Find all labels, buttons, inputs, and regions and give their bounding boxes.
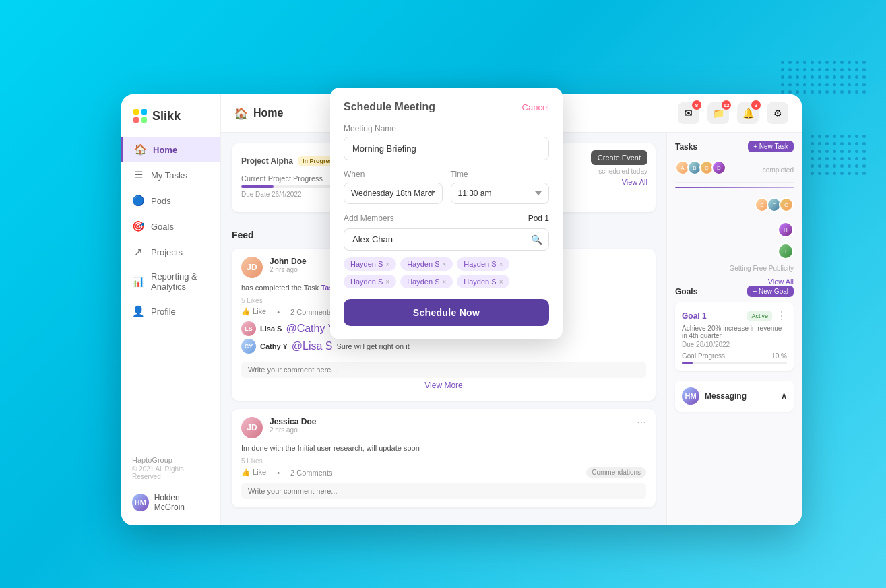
jessica-avatar: JD: [241, 417, 263, 438]
messaging-avatar: HM: [682, 387, 699, 405]
post-content-2: Im done with the Initial user research, …: [241, 444, 646, 452]
cathy-avatar: CY: [241, 339, 256, 354]
when-col: When Wednesday 18th March Thursday 19th …: [344, 170, 443, 204]
time-select[interactable]: 10:00 am 10:30 am 11:00 am 11:30 am 12:0…: [451, 183, 550, 204]
likes-count-2: 5 Likes: [241, 457, 646, 465]
new-goal-button[interactable]: + New Goal: [747, 286, 794, 297]
goals-title: Goals: [675, 287, 697, 296]
email-badge: 8: [692, 100, 701, 110]
sidebar-item-projects[interactable]: ↗ Projects: [121, 240, 220, 264]
logo-icon: [132, 108, 148, 124]
project-name: Project Alpha In Progress: [241, 156, 340, 166]
view-more-link[interactable]: View More: [241, 378, 646, 393]
sidebar-item-home[interactable]: 🏠 Home: [121, 137, 220, 162]
tag-close-5[interactable]: ×: [442, 278, 446, 286]
messaging-bar[interactable]: HM Messaging ∧: [675, 381, 794, 412]
member-tag-2[interactable]: Hayden S ×: [400, 257, 453, 271]
add-members-section: Add Members Pod 1 🔍 Hayden S × Hayden S …: [344, 214, 549, 288]
reporting-icon: 📊: [132, 275, 144, 288]
comment-mention-1: @Cathy Y: [286, 323, 335, 335]
add-members-label: Add Members: [344, 214, 394, 223]
comments-button-1[interactable]: 2 Comments: [290, 308, 332, 316]
goal-menu[interactable]: ⋮: [776, 309, 787, 322]
goals-icon: 🎯: [132, 220, 144, 232]
home-icon: 🏠: [134, 143, 146, 156]
files-button[interactable]: 📁 12: [707, 102, 729, 124]
comment-input-1[interactable]: [241, 362, 646, 378]
person-single-avatar-2: I: [778, 243, 794, 259]
tasks-list: A B C D completed: [675, 158, 794, 183]
files-badge: 12: [722, 100, 731, 110]
people-row: E F G: [755, 197, 794, 212]
post-meta-2: Jessica Doe 2 hrs ago: [270, 417, 630, 434]
when-select[interactable]: Wednesday 18th March Thursday 19th March…: [344, 183, 443, 204]
sidebar-item-tasks[interactable]: ☰ My Tasks: [121, 163, 220, 187]
comment-text-2: Sure will get right on it: [336, 342, 409, 350]
schedule-now-button[interactable]: Schedule Now: [344, 299, 549, 326]
person-single-2: I: [675, 243, 794, 259]
app-name: Slikk: [152, 109, 181, 123]
task-people: A B C D: [675, 160, 726, 175]
tag-close-6[interactable]: ×: [499, 278, 503, 286]
modal-header: Schedule Meeting Cancel: [344, 101, 549, 113]
sidebar-nav: 🏠 Home ☰ My Tasks 🔵 Pods 🎯 Goals ↗ Proje…: [121, 137, 220, 453]
schedule-meeting-modal: Schedule Meeting Cancel Meeting Name Whe…: [330, 88, 563, 339]
tasks-header: Tasks + New Task: [675, 141, 794, 152]
meeting-name-label: Meeting Name: [344, 124, 549, 133]
dot-decoration-top: (function(){ const d = document.currentS…: [781, 61, 866, 94]
commendations-tag[interactable]: Commendations: [586, 467, 646, 478]
app-logo: Slikk: [121, 108, 220, 137]
email-button[interactable]: ✉ 8: [678, 102, 699, 124]
messaging-left: HM Messaging: [682, 387, 747, 405]
member-tag-5[interactable]: Hayden S ×: [400, 275, 453, 288]
messaging-title: Messaging: [705, 391, 747, 401]
modal-cancel-button[interactable]: Cancel: [522, 102, 549, 112]
dot-decoration-right: (function(){ const d = document.currentS…: [811, 135, 866, 175]
comment-author-2: Cathy Y: [260, 342, 288, 350]
sidebar-item-goals[interactable]: 🎯 Goals: [121, 214, 220, 238]
goal-desc: Achieve 20% increase in revenue in 4th q…: [682, 325, 787, 339]
meeting-name-input[interactable]: [344, 137, 549, 160]
tag-close-4[interactable]: ×: [385, 278, 389, 286]
tasks-title: Tasks: [675, 142, 697, 152]
sidebar-item-pods[interactable]: 🔵 Pods: [121, 189, 220, 213]
members-tags: Hayden S × Hayden S × Hayden S × Hayden …: [344, 257, 549, 288]
tag-close-3[interactable]: ×: [499, 261, 503, 268]
goals-section: Goals + New Goal Goal 1 Active ⋮ Achieve…: [675, 286, 794, 371]
goal-active-badge: Active: [747, 311, 772, 321]
comment-input-2[interactable]: [241, 483, 646, 499]
create-event-button[interactable]: Create Event: [591, 150, 647, 165]
svg-rect-1: [141, 109, 147, 115]
more-menu-2[interactable]: ⋯: [637, 417, 646, 428]
svg-rect-0: [133, 109, 139, 115]
right-panel: Tasks + New Task A B C D completed: [667, 133, 802, 525]
member-tag-6[interactable]: Hayden S ×: [457, 275, 509, 288]
goal-due: Due 28/10/2022: [682, 341, 787, 348]
member-tag-3[interactable]: Hayden S ×: [457, 257, 509, 271]
settings-button[interactable]: ⚙: [767, 102, 788, 124]
time-col: Time 10:00 am 10:30 am 11:00 am 11:30 am…: [451, 170, 550, 204]
comment-author-1: Lisa S: [260, 325, 282, 333]
comments-button-2[interactable]: 2 Comments: [290, 469, 332, 477]
feed-post-2: JD Jessica Doe 2 hrs ago ⋯ Im done with …: [232, 409, 656, 507]
new-task-button[interactable]: + New Task: [748, 141, 794, 152]
members-search-input[interactable]: [344, 228, 549, 251]
member-tag-4[interactable]: Hayden S ×: [344, 275, 396, 288]
svg-rect-2: [133, 117, 139, 123]
like-button-1[interactable]: 👍 Like: [241, 307, 266, 316]
task-status: completed: [763, 166, 794, 174]
view-all-link[interactable]: View All: [675, 277, 794, 286]
member-tag-1[interactable]: Hayden S ×: [344, 257, 396, 271]
tag-close-1[interactable]: ×: [385, 261, 389, 268]
sidebar-user: HM Holden McGroin: [121, 486, 220, 519]
goal-progress-bar: [682, 362, 787, 364]
john-doe-avatar: JD: [241, 257, 263, 278]
sidebar-item-profile[interactable]: 👤 Profile: [121, 299, 220, 323]
like-button-2[interactable]: 👍 Like: [241, 468, 266, 477]
bell-icon: 🔔: [742, 108, 754, 119]
sidebar-item-reporting[interactable]: 📊 Reporting & Analytics: [121, 265, 220, 298]
notifications-button[interactable]: 🔔 3: [737, 102, 759, 124]
tag-close-2[interactable]: ×: [442, 261, 446, 268]
search-icon: 🔍: [531, 234, 542, 245]
goal-progress-label-row: Goal Progress 10 %: [682, 352, 787, 360]
